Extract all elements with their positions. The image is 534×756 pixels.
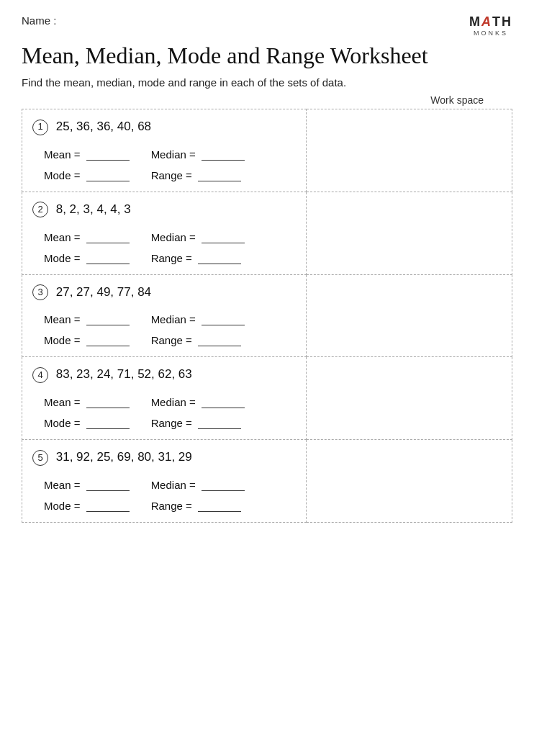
mean-line-4[interactable] xyxy=(86,407,130,408)
problem-cell-3: 3 27, 27, 49, 77, 84Mean = Median = Mode… xyxy=(22,274,307,357)
workspace-cell-4[interactable] xyxy=(306,357,512,440)
mean-label-4: Mean = xyxy=(44,396,130,408)
mode-line-2[interactable] xyxy=(86,263,130,264)
problem-cell-1: 1 25, 36, 36, 40, 68Mean = Median = Mode… xyxy=(22,109,307,192)
logo-math-text: MATH xyxy=(469,14,512,30)
median-line-3[interactable] xyxy=(202,324,245,325)
mean-label-1: Mean = xyxy=(44,148,130,161)
problem-number-5: 5 xyxy=(32,450,48,466)
workspace-cell-2[interactable] xyxy=(306,192,512,274)
answer-row-mean-median-5: Mean = Median = xyxy=(44,479,296,491)
problem-cell-5: 5 31, 92, 25, 69, 80, 31, 29Mean = Media… xyxy=(22,440,307,523)
problem-data-2: 2 8, 2, 3, 4, 4, 3 xyxy=(32,201,296,218)
problem-number-4: 4 xyxy=(32,367,48,383)
answers-grid-5: Mean = Median = Mode = Range = xyxy=(32,479,296,512)
mode-label-2: Mode = xyxy=(44,252,130,264)
range-label-3: Range = xyxy=(151,334,241,346)
instructions: Find the mean, median, mode and range in… xyxy=(22,76,512,89)
workspace-cell-3[interactable] xyxy=(306,274,512,357)
answer-row-mode-range-1: Mode = Range = xyxy=(44,169,296,181)
range-line-1[interactable] xyxy=(198,180,241,181)
page-title: Mean, Median, Mode and Range Worksheet xyxy=(22,42,512,69)
mean-line-3[interactable] xyxy=(86,324,130,325)
workspace-label-row: Work space xyxy=(22,94,512,106)
problem-number-1: 1 xyxy=(32,120,48,135)
mean-label-5: Mean = xyxy=(44,479,130,491)
answer-row-mean-median-1: Mean = Median = xyxy=(44,148,296,161)
range-label-1: Range = xyxy=(151,169,241,181)
mode-line-4[interactable] xyxy=(86,428,130,429)
range-label-5: Range = xyxy=(151,500,241,512)
answer-row-mode-range-2: Mode = Range = xyxy=(44,252,296,264)
mean-label-3: Mean = xyxy=(44,313,130,325)
median-label-2: Median = xyxy=(151,231,245,243)
mean-line-1[interactable] xyxy=(86,159,130,161)
answers-grid-3: Mean = Median = Mode = Range = xyxy=(32,313,296,346)
mode-line-5[interactable] xyxy=(86,510,130,512)
workspace-cell-1[interactable] xyxy=(306,109,512,192)
problem-data-1: 1 25, 36, 36, 40, 68 xyxy=(32,118,296,135)
median-label-4: Median = xyxy=(151,396,245,408)
answer-row-mean-median-4: Mean = Median = xyxy=(44,396,296,408)
median-label-3: Median = xyxy=(151,313,245,325)
range-line-4[interactable] xyxy=(198,428,241,429)
median-line-5[interactable] xyxy=(202,490,245,491)
problem-cell-4: 4 83, 23, 24, 71, 52, 62, 63Mean = Media… xyxy=(22,357,307,440)
mode-line-1[interactable] xyxy=(86,180,130,181)
problem-data-3: 3 27, 27, 49, 77, 84 xyxy=(32,284,296,301)
problem-data-5: 5 31, 92, 25, 69, 80, 31, 29 xyxy=(32,449,296,466)
answers-grid-1: Mean = Median = Mode = Range = xyxy=(32,148,296,181)
answers-grid-2: Mean = Median = Mode = Range = xyxy=(32,231,296,264)
mode-label-4: Mode = xyxy=(44,417,130,429)
workspace-cell-5[interactable] xyxy=(306,440,512,523)
mean-line-2[interactable] xyxy=(86,242,130,243)
median-line-1[interactable] xyxy=(202,159,245,161)
mode-label-5: Mode = xyxy=(44,500,130,512)
range-label-2: Range = xyxy=(151,252,241,264)
mode-label-1: Mode = xyxy=(44,169,130,181)
logo-monks-text: MONKS xyxy=(474,30,508,37)
answer-row-mean-median-3: Mean = Median = xyxy=(44,313,296,325)
header: Name : MATH MONKS xyxy=(22,14,512,37)
logo-a: A xyxy=(481,14,492,29)
range-line-5[interactable] xyxy=(198,510,241,512)
problems-table: 1 25, 36, 36, 40, 68Mean = Median = Mode… xyxy=(22,109,512,523)
answers-grid-4: Mean = Median = Mode = Range = xyxy=(32,396,296,429)
median-line-2[interactable] xyxy=(202,242,245,243)
range-line-3[interactable] xyxy=(198,345,241,346)
answer-row-mode-range-4: Mode = Range = xyxy=(44,417,296,429)
median-line-4[interactable] xyxy=(202,407,245,408)
mean-line-5[interactable] xyxy=(86,490,130,491)
logo: MATH MONKS xyxy=(469,14,512,37)
answer-row-mean-median-2: Mean = Median = xyxy=(44,231,296,243)
problem-number-2: 2 xyxy=(32,202,48,217)
median-label-5: Median = xyxy=(151,479,245,491)
answer-row-mode-range-5: Mode = Range = xyxy=(44,500,296,512)
median-label-1: Median = xyxy=(151,148,245,161)
workspace-label: Work space xyxy=(430,94,484,106)
problem-number-3: 3 xyxy=(32,284,48,300)
range-line-2[interactable] xyxy=(198,263,241,264)
problem-data-4: 4 83, 23, 24, 71, 52, 62, 63 xyxy=(32,366,296,383)
range-label-4: Range = xyxy=(151,417,241,429)
problem-cell-2: 2 8, 2, 3, 4, 4, 3Mean = Median = Mode =… xyxy=(22,192,307,274)
mean-label-2: Mean = xyxy=(44,231,130,243)
name-label: Name : xyxy=(22,14,56,27)
mode-label-3: Mode = xyxy=(44,334,130,346)
answer-row-mode-range-3: Mode = Range = xyxy=(44,334,296,346)
mode-line-3[interactable] xyxy=(86,345,130,346)
